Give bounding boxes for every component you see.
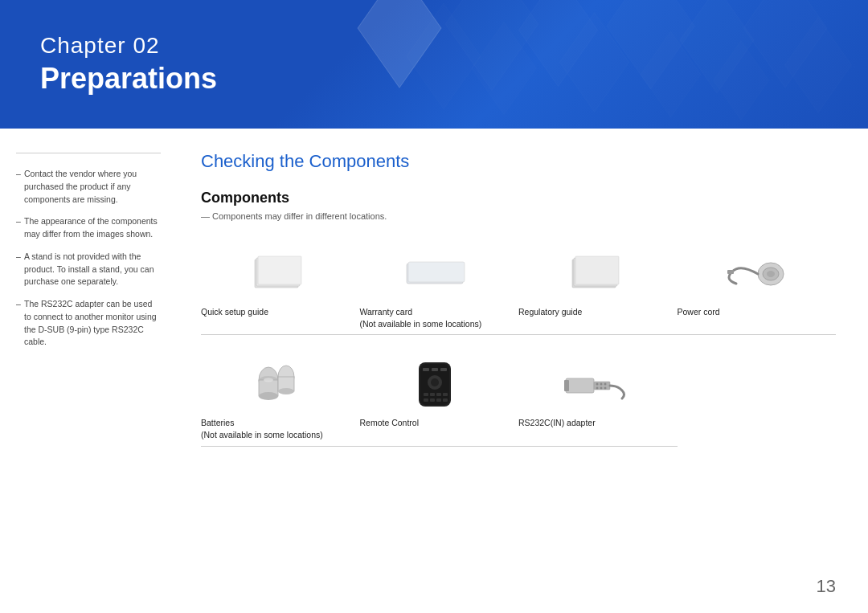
page-number: 13 xyxy=(817,576,836,597)
chapter-label: Chapter 02 xyxy=(40,33,217,59)
power-cord-icon xyxy=(678,245,829,301)
components-heading: Components xyxy=(201,190,836,206)
svg-rect-11 xyxy=(727,270,734,274)
svg-rect-34 xyxy=(443,398,448,402)
rs232c-icon xyxy=(518,356,669,412)
svg-rect-2 xyxy=(258,256,301,284)
warranty-icon xyxy=(360,245,511,301)
svg-rect-7 xyxy=(575,256,619,284)
svg-point-19 xyxy=(264,378,273,382)
svg-point-41 xyxy=(600,386,602,389)
svg-rect-28 xyxy=(430,393,435,396)
power-cord-label: Power cord xyxy=(678,306,720,323)
svg-point-15 xyxy=(259,392,278,400)
component-empty xyxy=(678,348,837,446)
svg-rect-27 xyxy=(424,393,428,396)
regulatory-icon xyxy=(518,245,669,301)
svg-rect-43 xyxy=(564,380,569,391)
content-area: Contact the vendor where you purchased t… xyxy=(0,129,868,613)
sidebar: Contact the vendor where you purchased t… xyxy=(0,129,177,613)
remote-icon xyxy=(360,356,511,412)
header-text: Chapter 02 Preparations xyxy=(40,33,217,96)
component-quick-setup: Quick setup guide xyxy=(201,237,360,335)
svg-rect-33 xyxy=(436,398,441,402)
svg-point-40 xyxy=(596,386,598,389)
page-header: Chapter 02 Preparations xyxy=(0,0,868,129)
svg-rect-4 xyxy=(408,262,465,282)
quick-setup-label: Quick setup guide xyxy=(201,306,268,323)
svg-point-42 xyxy=(604,386,606,389)
sidebar-note-3: A stand is not provided with the product… xyxy=(16,251,161,288)
sidebar-note-2: The appearance of the components may dif… xyxy=(16,215,161,241)
quick-setup-icon xyxy=(201,245,352,301)
warranty-svg xyxy=(399,251,471,296)
sidebar-divider xyxy=(16,153,161,153)
rs232c-label: RS232C(IN) adapter xyxy=(518,417,596,434)
svg-point-38 xyxy=(600,382,602,385)
remote-svg xyxy=(399,358,471,411)
batteries-label: Batteries (Not available in some locatio… xyxy=(201,417,323,445)
components-row-1: Quick setup guide Warranty card (Not ava… xyxy=(201,237,836,340)
batteries-icon xyxy=(201,356,352,412)
svg-rect-24 xyxy=(440,368,447,371)
sidebar-note-4: The RS232C adapter can be used to connec… xyxy=(16,298,161,349)
svg-rect-31 xyxy=(424,398,428,402)
svg-rect-23 xyxy=(432,368,438,371)
chapter-subtitle: Preparations xyxy=(40,62,217,96)
components-row-2: Batteries (Not available in some locatio… xyxy=(201,348,836,451)
component-power-cord: Power cord xyxy=(678,237,837,335)
remote-label: Remote Control xyxy=(360,417,420,434)
svg-point-18 xyxy=(278,388,294,394)
component-batteries: Batteries (Not available in some locatio… xyxy=(201,348,360,446)
warranty-label: Warranty card (Not available in some loc… xyxy=(360,306,482,334)
regulatory-svg xyxy=(558,251,630,296)
component-warranty: Warranty card (Not available in some loc… xyxy=(360,237,519,335)
rs232c-svg xyxy=(558,362,630,407)
components-note: Components may differ in different locat… xyxy=(201,211,836,221)
main-content: Checking the Components Components Compo… xyxy=(177,129,868,613)
svg-rect-32 xyxy=(430,398,435,402)
component-remote: Remote Control xyxy=(360,348,519,446)
svg-rect-29 xyxy=(436,393,441,396)
batteries-svg xyxy=(240,362,313,407)
quick-setup-svg xyxy=(240,251,313,296)
component-rs232c: RS232C(IN) adapter xyxy=(518,348,678,446)
svg-rect-30 xyxy=(443,393,448,396)
svg-point-10 xyxy=(767,271,775,277)
power-cord-svg xyxy=(716,251,788,296)
svg-point-37 xyxy=(596,382,598,385)
sidebar-note-1: Contact the vendor where you purchased t… xyxy=(16,168,161,206)
svg-rect-35 xyxy=(566,378,594,393)
svg-point-39 xyxy=(604,382,606,385)
header-decoration xyxy=(347,0,868,129)
component-regulatory: Regulatory guide xyxy=(518,237,678,335)
svg-point-26 xyxy=(431,378,439,386)
section-title: Checking the Components xyxy=(201,151,836,172)
regulatory-label: Regulatory guide xyxy=(518,306,582,323)
svg-rect-22 xyxy=(423,368,429,371)
